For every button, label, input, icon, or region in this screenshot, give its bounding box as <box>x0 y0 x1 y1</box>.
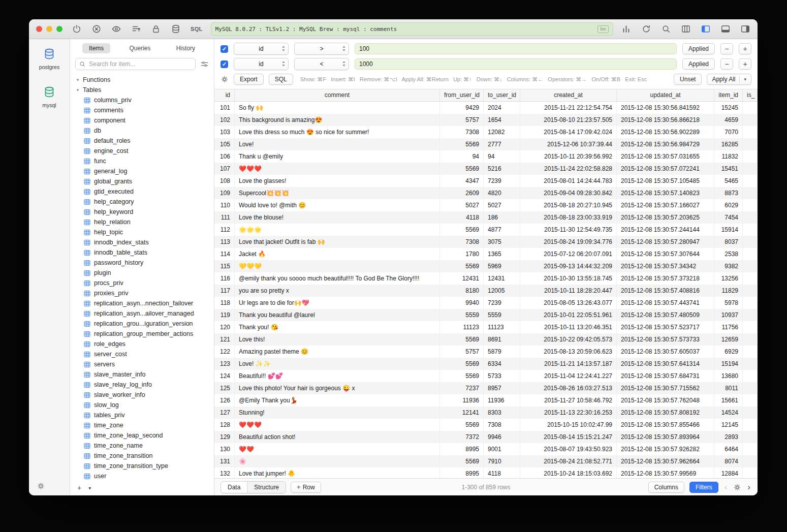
cell-comment[interactable]: Thank you! 😘 <box>235 321 440 333</box>
cell-is_[interactable] <box>743 358 758 370</box>
table-item-replication_group_member_actions[interactable]: replication_group_member_actions <box>70 329 214 339</box>
table-item-time_zone[interactable]: time_zone <box>70 420 214 430</box>
cell-from_user_id[interactable]: 5569 <box>440 260 484 272</box>
cell-from_user_id[interactable]: 5569 <box>440 358 484 370</box>
cell-is_[interactable] <box>743 321 758 333</box>
filter2-operator-select[interactable]: < <box>294 58 349 70</box>
cell-updated_at[interactable]: 2015-12-08 15:30:56.841592 <box>617 102 714 114</box>
table-item-slave_master_info[interactable]: slave_master_info <box>70 369 214 380</box>
cell-id[interactable]: 124 <box>214 370 235 382</box>
table-row-126[interactable]: 126@Emily Thank you💃11936119362015-11-27… <box>214 394 758 406</box>
cell-comment[interactable]: Love that jumper! 🐥 <box>235 467 440 478</box>
cell-id[interactable]: 126 <box>214 394 235 406</box>
table-row-116[interactable]: 116@emily thank you soooo much beautiful… <box>214 272 758 285</box>
cell-id[interactable]: 120 <box>214 321 235 333</box>
cell-id[interactable]: 121 <box>214 333 235 346</box>
cell-updated_at[interactable]: 2015-12-08 15:30:57.523717 <box>617 321 714 333</box>
cell-updated_at[interactable]: 2015-12-08 15:30:57.280947 <box>617 236 714 248</box>
cell-to_user_id[interactable]: 5027 <box>484 199 520 211</box>
right-sidebar-toggle-icon[interactable] <box>740 24 750 34</box>
table-row-114[interactable]: 114Jacket 🔥178013652015-07-12 06:20:07.0… <box>214 248 758 260</box>
export-button[interactable]: Export <box>234 74 264 85</box>
cell-id[interactable]: 118 <box>214 297 235 309</box>
cell-from_user_id[interactable]: 7372 <box>440 431 484 443</box>
tab-structure[interactable]: Structure <box>247 482 286 493</box>
table-item-proxies_priv[interactable]: proxies_priv <box>70 288 214 298</box>
table-row-103[interactable]: 103Love this dress so much 😍 so nice for… <box>214 126 758 138</box>
cell-from_user_id[interactable]: 7308 <box>440 236 484 248</box>
cell-created_at[interactable]: 2015-12-06 10:37:39.44 <box>520 138 617 150</box>
cell-is_[interactable] <box>743 467 758 478</box>
cell-created_at[interactable]: 2015-08-07 19:43:50.923 <box>520 443 617 455</box>
filter2-applied-button[interactable]: Applied <box>682 58 715 70</box>
cell-item_id[interactable]: 12884 <box>714 467 743 478</box>
cell-comment[interactable]: Thank u @emily <box>235 150 440 163</box>
cell-to_user_id[interactable]: 7239 <box>484 297 520 309</box>
cell-id[interactable]: 131 <box>214 455 235 467</box>
cell-to_user_id[interactable]: 11123 <box>484 321 520 333</box>
cell-is_[interactable] <box>743 187 758 199</box>
item-search-field[interactable] <box>75 58 196 70</box>
table-row-113[interactable]: 113Love that jacket! Outfit is fab 🙌7308… <box>214 236 758 248</box>
sql-button[interactable]: SQL <box>269 74 293 85</box>
cell-id[interactable]: 102 <box>214 114 235 126</box>
cell-updated_at[interactable]: 2015-12-08 15:30:57.99569 <box>617 467 714 478</box>
cell-updated_at[interactable]: 2015-12-08 15:30:57.443741 <box>617 297 714 309</box>
table-row-111[interactable]: 111Love the blouse!41181862015-08-18 23:… <box>214 211 758 224</box>
cell-created_at[interactable]: 2015-08-24 19:09:34.776 <box>520 236 617 248</box>
cell-to_user_id[interactable]: 4118 <box>484 467 520 478</box>
columns-button[interactable]: Columns <box>648 482 684 493</box>
cell-from_user_id[interactable]: 5757 <box>440 346 484 358</box>
cell-created_at[interactable]: 2015-10-15 10:02:47.99 <box>520 419 617 431</box>
cell-is_[interactable] <box>743 150 758 163</box>
cell-to_user_id[interactable]: 4820 <box>484 187 520 199</box>
table-row-117[interactable]: 117you are so pretty x8180120052015-10-1… <box>214 285 758 297</box>
table-item-plugin[interactable]: plugin <box>70 268 214 278</box>
cell-created_at[interactable]: 2015-08-24 21:08:52.771 <box>520 455 617 467</box>
cell-created_at[interactable]: 2015-08-01 14:24:44.783 <box>520 175 617 187</box>
cell-to_user_id[interactable]: 186 <box>484 211 520 224</box>
cell-to_user_id[interactable]: 9001 <box>484 443 520 455</box>
cell-id[interactable]: 109 <box>214 187 235 199</box>
table-item-gtid_executed[interactable]: gtid_executed <box>70 186 214 197</box>
cell-updated_at[interactable]: 2015-12-08 15:30:57.715562 <box>617 382 714 394</box>
cell-id[interactable]: 106 <box>214 150 235 163</box>
cell-item_id[interactable]: 14524 <box>714 406 743 419</box>
cell-id[interactable]: 116 <box>214 272 235 285</box>
cell-to_user_id[interactable]: 5216 <box>484 163 520 175</box>
cell-created_at[interactable]: 2015-11-27 10:58:46.792 <box>520 394 617 406</box>
cell-created_at[interactable]: 2015-11-13 22:30:16.253 <box>520 406 617 419</box>
table-row-127[interactable]: 127Stunning!1214183032015-11-13 22:30:16… <box>214 406 758 419</box>
cell-comment[interactable]: Love the glasses! <box>235 175 440 187</box>
table-row-115[interactable]: 115💛💛💛556959692015-09-13 14:44:32.209201… <box>214 260 758 272</box>
cell-to_user_id[interactable]: 8691 <box>484 333 520 346</box>
cell-id[interactable]: 103 <box>214 126 235 138</box>
cell-created_at[interactable]: 2015-08-14 15:15:21.247 <box>520 431 617 443</box>
cell-comment[interactable]: 💛💛💛 <box>235 260 440 272</box>
table-item-slow_log[interactable]: slow_log <box>70 400 214 410</box>
cell-to_user_id[interactable]: 7308 <box>484 419 520 431</box>
cell-id[interactable]: 107 <box>214 163 235 175</box>
cell-comment[interactable]: you are so pretty x <box>235 285 440 297</box>
column-header-updated_at[interactable]: updated_at <box>617 89 714 101</box>
cell-updated_at[interactable]: 2015-12-08 15:30:57.641314 <box>617 358 714 370</box>
table-item-replication_asyn...ailover_managed[interactable]: replication_asyn...ailover_managed <box>70 308 214 319</box>
cell-item_id[interactable]: 8074 <box>714 455 743 467</box>
cell-from_user_id[interactable]: 8180 <box>440 285 484 297</box>
cell-updated_at[interactable]: 2015-12-08 15:30:57.140823 <box>617 187 714 199</box>
table-item-help_category[interactable]: help_category <box>70 197 214 207</box>
lock-icon[interactable] <box>151 24 161 34</box>
cell-is_[interactable] <box>743 443 758 455</box>
apply-all-button[interactable]: Apply All ▾ <box>707 74 751 85</box>
table-row-106[interactable]: 106Thank u @emily94942015-10-11 20:39:56… <box>214 150 758 163</box>
table-row-120[interactable]: 120Thank you! 😘11123111232015-10-11 13:2… <box>214 321 758 333</box>
cell-is_[interactable] <box>743 163 758 175</box>
cell-comment[interactable]: ❤️❤️ <box>235 443 440 455</box>
cell-to_user_id[interactable]: 1654 <box>484 114 520 126</box>
cell-from_user_id[interactable]: 5569 <box>440 224 484 236</box>
cell-from_user_id[interactable]: 12141 <box>440 406 484 419</box>
sql-editor-button[interactable]: SQL <box>191 26 203 32</box>
filter1-add-button[interactable]: + <box>739 43 751 54</box>
cell-is_[interactable] <box>743 333 758 346</box>
connection-mysql[interactable]: mysql <box>42 85 56 108</box>
